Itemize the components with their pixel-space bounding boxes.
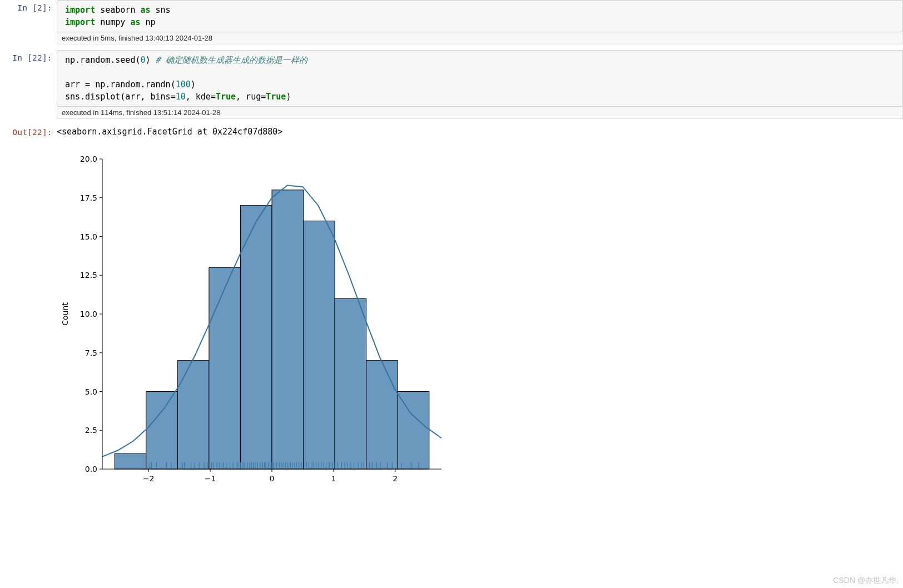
svg-text:0.0: 0.0 bbox=[85, 465, 97, 474]
svg-rect-9 bbox=[398, 392, 429, 470]
svg-text:10.0: 10.0 bbox=[80, 310, 97, 318]
svg-text:5.0: 5.0 bbox=[85, 387, 97, 396]
svg-text:2: 2 bbox=[393, 474, 398, 483]
cell-body-1: import seaborn as sns import numpy as np… bbox=[57, 0, 903, 44]
svg-text:12.5: 12.5 bbox=[80, 271, 97, 280]
out-prompt-1: Out[22]: bbox=[0, 124, 57, 137]
code-text-2: np.random.seed(0) # 确定随机数生成器生成的数据是一样的 ar… bbox=[59, 54, 899, 103]
svg-text:15.0: 15.0 bbox=[80, 232, 97, 241]
in-prompt-1: In [2]: bbox=[0, 0, 57, 12]
out-cell-1: Out[22]: <seaborn.axisgrid.FacetGrid at … bbox=[0, 124, 903, 141]
code-input-2[interactable]: np.random.seed(0) # 确定随机数生成器生成的数据是一样的 ar… bbox=[57, 50, 903, 107]
svg-text:1: 1 bbox=[331, 474, 336, 483]
in-prompt-2: In [22]: bbox=[0, 50, 57, 62]
code-cell-1: In [2]: import seaborn as sns import num… bbox=[0, 0, 903, 44]
code-input-1[interactable]: import seaborn as sns import numpy as np bbox=[57, 0, 903, 32]
svg-text:7.5: 7.5 bbox=[85, 348, 97, 357]
svg-rect-4 bbox=[240, 206, 272, 469]
out-text-1: <seaborn.axisgrid.FacetGrid at 0x224cf07… bbox=[57, 124, 903, 141]
svg-rect-5 bbox=[272, 190, 304, 469]
svg-rect-2 bbox=[177, 361, 209, 469]
svg-rect-1 bbox=[146, 392, 178, 470]
code-cell-2: In [22]: np.random.seed(0) # 确定随机数生成器生成的… bbox=[0, 50, 903, 119]
plot-output: 0.02.55.07.510.012.515.017.520.0−2−1012C… bbox=[0, 147, 903, 493]
svg-text:20.0: 20.0 bbox=[80, 155, 97, 163]
svg-text:Count: Count bbox=[61, 302, 70, 326]
svg-rect-6 bbox=[304, 221, 335, 469]
svg-rect-0 bbox=[115, 454, 146, 469]
histogram-chart: 0.02.55.07.510.012.515.017.520.0−2−1012C… bbox=[58, 147, 447, 491]
out-body-1: <seaborn.axisgrid.FacetGrid at 0x224cf07… bbox=[57, 124, 903, 141]
svg-rect-8 bbox=[366, 361, 398, 469]
svg-text:2.5: 2.5 bbox=[85, 426, 97, 435]
exec-status-2: executed in 114ms, finished 13:51:14 202… bbox=[57, 107, 903, 119]
svg-rect-7 bbox=[335, 298, 366, 469]
svg-text:17.5: 17.5 bbox=[80, 193, 97, 202]
code-text-1: import seaborn as sns import numpy as np bbox=[59, 4, 899, 28]
svg-text:−1: −1 bbox=[205, 474, 216, 483]
exec-status-1: executed in 5ms, finished 13:40:13 2024-… bbox=[57, 32, 903, 44]
cell-body-2: np.random.seed(0) # 确定随机数生成器生成的数据是一样的 ar… bbox=[57, 50, 903, 119]
svg-text:−2: −2 bbox=[143, 474, 155, 483]
svg-text:0: 0 bbox=[270, 474, 275, 483]
svg-rect-3 bbox=[209, 267, 241, 469]
